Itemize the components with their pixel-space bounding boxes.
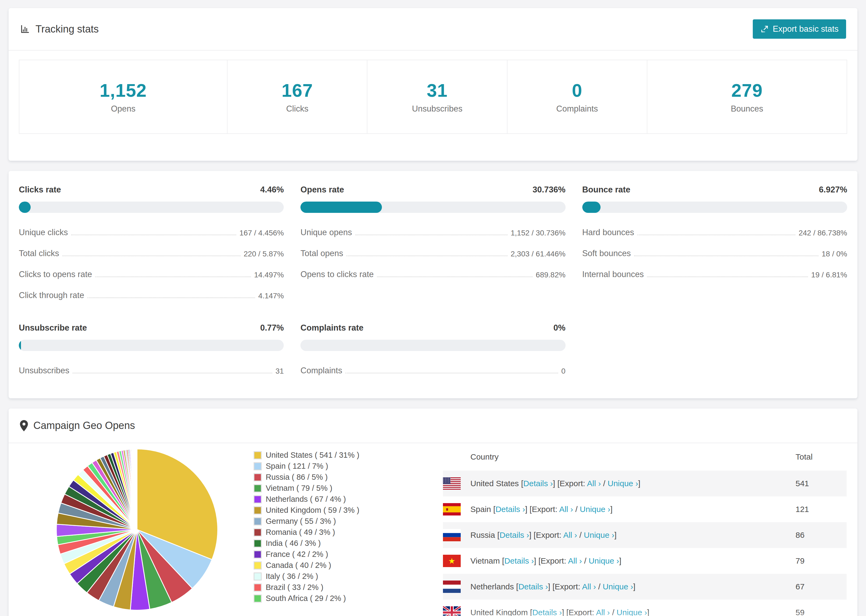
export-unique-link[interactable]: Unique › [603,582,633,591]
dashboard-page: Tracking stats Export basic stats 1,152 … [0,0,866,616]
stat-row: Click through rate 4.147% [19,283,284,304]
country-flag-icon [443,606,461,616]
stat-row-value: 242 / 86.738% [798,229,847,237]
bounce-rate-title: Bounce rate [582,185,630,195]
details-link[interactable]: Details › [532,608,562,616]
legend-item[interactable]: Russia ( 86 / 5% ) [254,472,415,483]
export-unique-link[interactable]: Unique › [580,505,610,514]
legend-label: Russia ( 86 / 5% ) [266,473,328,482]
country-total: 79 [795,556,847,566]
stat-row-label: Unique opens [301,228,352,237]
stat-box-clicks: 167 Clicks [228,60,367,134]
legend-label: Germany ( 55 / 3% ) [266,517,336,526]
stat-row-value: 1,152 / 30.736% [511,229,565,237]
legend-item[interactable]: Germany ( 55 / 3% ) [254,516,415,527]
legend-item[interactable]: France ( 42 / 2% ) [254,549,415,560]
geo-body: United States ( 541 / 31% ) Spain ( 121 … [9,443,857,616]
stat-row: Complaints 0 [301,358,565,379]
legend-label: Spain ( 121 / 7% ) [266,462,328,471]
stat-row-label: Hard bounces [582,228,634,237]
table-row: Spain [Details ›] [Export: All › / Uniqu… [443,497,847,522]
bar-chart-icon [20,24,30,34]
country-name: United States [471,479,519,488]
export-basic-stats-button[interactable]: Export basic stats [753,19,846,39]
legend-item[interactable]: Italy ( 36 / 2% ) [254,571,415,582]
legend-item[interactable]: Canada ( 40 / 2% ) [254,560,415,571]
dotted-leader [71,235,236,235]
clicks-rate-progress-bar [19,201,284,213]
stat-row-value: 19 / 6.81% [811,271,847,279]
location-pin-icon [20,420,28,431]
stat-row-label: Complaints [301,366,342,376]
export-unique-link[interactable]: Unique › [617,608,647,616]
export-all-link[interactable]: All › [568,556,582,565]
details-link[interactable]: Details › [499,531,529,539]
stat-row-label: Opens to clicks rate [301,270,373,279]
dotted-leader [345,373,558,373]
complaints-rate-title: Complaints rate [301,323,363,333]
legend-swatch [254,518,261,525]
details-link[interactable]: Details › [504,556,534,565]
legend-item[interactable]: United Kingdom ( 59 / 3% ) [254,505,415,516]
table-row: Netherlands [Details ›] [Export: All › /… [443,574,847,600]
bounce-rate-value: 6.927% [819,185,847,195]
legend-item[interactable]: Romania ( 49 / 3% ) [254,527,415,538]
export-all-link[interactable]: All › [582,582,596,591]
export-unique-link[interactable]: Unique › [589,556,619,565]
export-all-link[interactable]: All › [559,505,573,514]
stat-row: Clicks to opens rate 14.497% [19,262,284,283]
geo-table-rows: United States [Details ›] [Export: All ›… [443,471,847,616]
rates-card: Clicks rate 4.46% Unique clicks 167 / 4.… [9,171,857,398]
geo-table-header: Country Total [443,443,847,471]
details-link[interactable]: Details › [523,479,553,488]
stat-box-unsubscribes: 31 Unsubscribes [367,60,507,134]
geo-pie-chart [54,447,220,612]
legend-item[interactable]: United States ( 541 / 31% ) [254,449,415,460]
legend-swatch [254,540,261,547]
opens-rate-block: Opens rate 30.736% Unique opens 1,152 / … [301,185,565,304]
legend-label: United States ( 541 / 31% ) [266,451,359,460]
details-link[interactable]: Details › [518,582,548,591]
country-name: Spain [471,505,491,514]
country-name: Netherlands [471,582,514,591]
export-icon [760,25,769,33]
export-all-link[interactable]: All › [563,531,577,539]
opens-rate-progress-bar [301,201,565,213]
bounce-rate-block: Bounce rate 6.927% Hard bounces 242 / 86… [582,185,847,304]
legend-swatch [254,573,261,580]
stat-row-value: 31 [276,367,284,376]
bounces-label: Bounces [731,104,763,114]
legend-item[interactable]: Netherlands ( 67 / 4% ) [254,494,415,505]
stat-box-bounces: 279 Bounces [647,60,847,134]
dotted-leader [634,256,819,256]
export-all-link[interactable]: All › [587,479,601,488]
legend-swatch [254,595,261,602]
legend-item[interactable]: India ( 46 / 3% ) [254,538,415,549]
geo-header: Campaign Geo Opens [9,409,857,443]
stat-row: Total opens 2,303 / 61.446% [301,241,565,262]
legend-swatch [254,529,261,536]
legend-item[interactable]: Vietnam ( 79 / 5% ) [254,483,415,494]
stat-box-complaints: 0 Complaints [507,60,647,134]
legend-label: South Africa ( 29 / 2% ) [266,594,346,603]
stat-row-label: Internal bounces [582,270,644,279]
legend-item[interactable]: Brazil ( 33 / 2% ) [254,582,415,593]
country-total: 86 [795,531,847,540]
unsubscribe-rate-value: 0.77% [260,323,284,333]
legend-item[interactable]: South Africa ( 29 / 2% ) [254,593,415,604]
details-link[interactable]: Details › [495,505,525,514]
legend-swatch [254,562,261,569]
geo-table: Country Total United States [Details ›] … [415,443,847,616]
legend-label: United Kingdom ( 59 / 3% ) [266,506,359,515]
export-unique-link[interactable]: Unique › [608,479,638,488]
legend-label: Brazil ( 33 / 2% ) [266,583,323,592]
legend-item[interactable]: Spain ( 121 / 7% ) [254,460,415,472]
export-unique-link[interactable]: Unique › [584,531,614,539]
export-all-link[interactable]: All › [596,608,610,616]
country-total: 59 [795,608,847,616]
unsubscribe-rate-progress-bar [19,340,284,351]
stat-row-value: 220 / 5.87% [244,250,284,258]
stat-row-value: 167 / 4.456% [239,229,284,237]
unsubscribes-count: 31 [427,80,448,101]
dotted-leader [377,277,533,277]
